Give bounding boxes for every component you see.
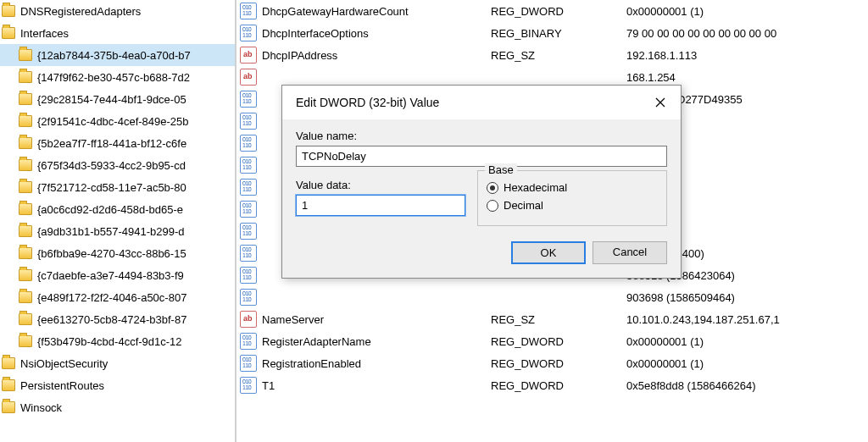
binary-value-icon <box>240 223 257 240</box>
binary-value-icon <box>240 201 257 218</box>
binary-value-icon <box>240 113 257 130</box>
value-type-cell: REG_DWORD <box>491 5 626 18</box>
value-row[interactable]: DhcpIPAddressREG_SZ192.168.1.113 <box>236 44 868 66</box>
tree-label: {12ab7844-375b-4ea0-a70d-b7 <box>37 49 191 62</box>
string-value-icon <box>240 47 257 64</box>
tree-item-interfaces[interactable]: Interfaces <box>0 22 235 44</box>
tree-item[interactable]: {e489f172-f2f2-4046-a50c-807 <box>0 286 235 308</box>
tree-item[interactable]: PersistentRoutes <box>0 374 235 396</box>
radio-hexadecimal[interactable]: Hexadecimal <box>487 181 658 194</box>
value-type-cell: REG_SZ <box>491 49 626 62</box>
binary-value-icon <box>240 289 257 306</box>
value-data-cell: 0x00000001 (1) <box>626 5 868 18</box>
ok-button[interactable]: OK <box>511 241 586 264</box>
folder-icon <box>2 27 15 39</box>
tree-item[interactable]: DNSRegisteredAdapters <box>0 0 235 22</box>
tree-label: {e489f172-f2f2-4046-a50c-807 <box>37 291 186 304</box>
value-row[interactable]: DhcpGatewayHardwareCountREG_DWORD0x00000… <box>236 0 868 22</box>
tree-item[interactable]: {29c28154-7e44-4bf1-9dce-05 <box>0 88 235 110</box>
binary-value-icon <box>240 333 257 350</box>
folder-icon <box>2 401 15 413</box>
tree-label: DNSRegisteredAdapters <box>20 5 141 18</box>
tree-label: NsiObjectSecurity <box>20 357 108 370</box>
tree-label: {147f9f62-be30-457c-b688-7d2 <box>37 71 190 84</box>
value-row[interactable]: RegistrationEnabledREG_DWORD0x00000001 (… <box>236 352 868 374</box>
value-name-cell: RegisterAdapterName <box>262 335 491 348</box>
folder-icon <box>19 247 32 259</box>
value-row[interactable]: NameServerREG_SZ10.101.0.243,194.187.251… <box>236 308 868 330</box>
folder-icon <box>2 357 15 369</box>
tree-label: {b6fbba9e-4270-43cc-88b6-15 <box>37 247 186 260</box>
value-data-cell: 903698 (1586509464) <box>626 291 868 304</box>
tree-item[interactable]: {12ab7844-375b-4ea0-a70d-b7 <box>0 44 235 66</box>
registry-tree[interactable]: DNSRegisteredAdapters Interfaces {12ab78… <box>0 0 236 442</box>
folder-icon <box>19 181 32 193</box>
tree-item[interactable]: {b6fbba9e-4270-43cc-88b6-15 <box>0 242 235 264</box>
edit-dword-dialog: Edit DWORD (32-bit) Value Value name: Va… <box>281 85 682 279</box>
value-name-cell: NameServer <box>262 313 491 326</box>
tree-label: {2f91541c-4dbc-4cef-849e-25b <box>37 115 189 128</box>
value-name-cell: RegistrationEnabled <box>262 357 491 370</box>
radio-decimal[interactable]: Decimal <box>487 199 658 212</box>
value-row[interactable]: T1REG_DWORD0x5e8f8dd8 (1586466264) <box>236 374 868 396</box>
cancel-button[interactable]: Cancel <box>593 241 667 264</box>
folder-icon <box>19 137 32 149</box>
tree-item[interactable]: NsiObjectSecurity <box>0 352 235 374</box>
value-data-cell: 0x00000001 (1) <box>626 335 868 348</box>
binary-value-icon <box>240 157 257 174</box>
binary-value-icon <box>240 355 257 372</box>
tree-label: Interfaces <box>20 27 69 40</box>
tree-item[interactable]: Winsock <box>0 396 235 418</box>
folder-icon <box>19 291 32 303</box>
value-type-cell: REG_BINARY <box>491 27 626 40</box>
folder-icon <box>2 379 15 391</box>
folder-icon <box>19 313 32 325</box>
binary-value-icon <box>240 179 257 196</box>
folder-icon <box>19 115 32 127</box>
binary-value-icon <box>240 245 257 262</box>
tree-label: {5b2ea7f7-ff18-441a-bf12-c6fe <box>37 137 186 150</box>
tree-item[interactable]: {f53b479b-4cbd-4ccf-9d1c-12 <box>0 330 235 352</box>
tree-label: {c7daebfe-a3e7-4494-83b3-f9 <box>37 269 184 282</box>
tree-label: {a0c6cd92-d2d6-458d-bd65-e <box>37 203 183 216</box>
value-row[interactable]: RegisterAdapterNameREG_DWORD0x00000001 (… <box>236 330 868 352</box>
tree-item[interactable]: {7f521712-cd58-11e7-ac5b-80 <box>0 176 235 198</box>
tree-item[interactable]: {a0c6cd92-d2d6-458d-bd65-e <box>0 198 235 220</box>
close-icon <box>655 97 665 108</box>
binary-value-icon <box>240 25 257 41</box>
binary-value-icon <box>240 135 257 152</box>
string-value-icon <box>240 69 257 86</box>
folder-icon <box>2 5 15 17</box>
binary-value-icon <box>240 377 257 394</box>
tree-item[interactable]: {a9db31b1-b557-4941-b299-d <box>0 220 235 242</box>
dialog-title-text: Edit DWORD (32-bit) Value <box>296 96 439 109</box>
value-data-cell: 0x00000001 (1) <box>626 357 868 370</box>
value-data-cell: 192.168.1.113 <box>626 49 868 62</box>
folder-icon <box>19 225 32 237</box>
radio-label: Decimal <box>504 199 543 212</box>
tree-item[interactable]: {147f9f62-be30-457c-b688-7d2 <box>0 66 235 88</box>
tree-item[interactable]: {c7daebfe-a3e7-4494-83b3-f9 <box>0 264 235 286</box>
value-name-cell: DhcpGatewayHardwareCount <box>262 5 491 18</box>
value-row[interactable]: 903698 (1586509464) <box>236 286 868 308</box>
close-button[interactable] <box>647 92 674 113</box>
tree-label: {29c28154-7e44-4bf1-9dce-05 <box>37 93 186 106</box>
value-data-cell: 10.101.0.243,194.187.251.67,1 <box>626 313 868 326</box>
value-row[interactable]: DhcpInterfaceOptionsREG_BINARY79 00 00 0… <box>236 22 868 44</box>
value-data-field[interactable] <box>296 195 465 216</box>
radio-label: Hexadecimal <box>504 181 567 194</box>
value-data-cell: 0x5e8f8dd8 (1586466264) <box>626 379 868 392</box>
tree-label: {675f34d3-5933-4cc2-9b95-cd <box>37 159 186 172</box>
value-name-field[interactable] <box>296 146 667 167</box>
tree-item[interactable]: {ee613270-5cb8-4724-b3bf-87 <box>0 308 235 330</box>
dialog-titlebar: Edit DWORD (32-bit) Value <box>282 86 681 119</box>
folder-icon <box>19 71 32 83</box>
value-type-cell: REG_DWORD <box>491 357 626 370</box>
value-type-cell: REG_DWORD <box>491 379 626 392</box>
tree-item[interactable]: {675f34d3-5933-4cc2-9b95-cd <box>0 154 235 176</box>
tree-item[interactable]: {2f91541c-4dbc-4cef-849e-25b <box>0 110 235 132</box>
folder-icon <box>19 49 32 61</box>
tree-item[interactable]: {5b2ea7f7-ff18-441a-bf12-c6fe <box>0 132 235 154</box>
value-name-cell: T1 <box>262 379 491 392</box>
folder-icon <box>19 335 32 347</box>
